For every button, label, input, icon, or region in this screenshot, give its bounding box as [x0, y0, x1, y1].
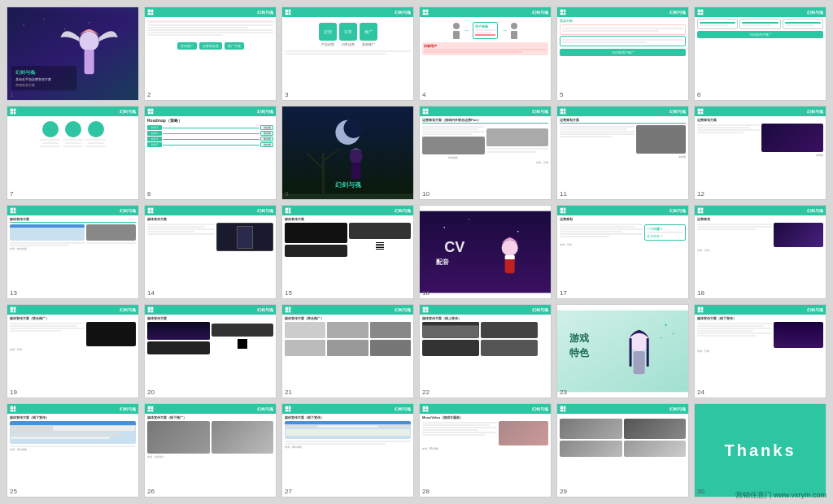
header-grid-icon-6 [697, 9, 704, 15]
slide-12[interactable]: 幻剑与魂 运营策划方案 游戏图 [694, 106, 826, 200]
slide-23[interactable]: 游戏 特色 ✦ ✦ ✦ 23 [556, 304, 689, 398]
mv-img-28 [499, 421, 548, 445]
img-21e [327, 340, 368, 356]
svg-point-4 [89, 22, 89, 23]
label-1: 产品定型 [321, 42, 334, 46]
slide-num-8: 8 [147, 190, 150, 198]
header-grid-icon-26 [147, 406, 154, 412]
slide-30[interactable]: Thanks 30 [694, 403, 826, 497]
header-grid-icon-12 [697, 108, 704, 115]
img-21c [370, 322, 411, 338]
ref-12: 游戏图 [697, 154, 823, 157]
slide-16[interactable]: CV 配音 16 [419, 205, 552, 299]
dark-art-20b [147, 341, 210, 354]
svg-text:特色: 特色 [569, 347, 590, 358]
slide-7[interactable]: 幻剑与魂 [7, 106, 139, 200]
game-img-24 [774, 322, 823, 348]
img-29c [560, 441, 622, 457]
slide21-title: 媒体宣传方案（联合推广） [285, 316, 411, 320]
img-21d [285, 340, 325, 356]
screen-22c [422, 340, 479, 356]
competitor-2 [560, 36, 686, 46]
slide-21[interactable]: 幻剑与魂 媒体宣传方案（联合推广） 21 [281, 304, 414, 398]
ref-27: 来源：网站截图 [285, 445, 411, 449]
roadmap-node-3a: 爆发期 [260, 137, 273, 141]
slide-num-3: 3 [285, 91, 288, 98]
tag-2: 品牌知名度 [199, 42, 222, 50]
slide10-title: 运营策划方案（游戏内外联合运营Part） [422, 118, 548, 124]
svg-rect-32 [647, 338, 649, 367]
slide-num-4: 4 [422, 91, 425, 98]
slide13-title: 媒体宣传方案 [10, 217, 136, 223]
slide-27[interactable]: 幻剑与魂 媒体宣传方案（线下宣传） 来源：网站截图 [281, 403, 414, 497]
slide20-title: 媒体宣传方案 [147, 316, 273, 320]
slide-28[interactable]: 幻剑与魂 MusicVideo（游戏主题曲） [419, 403, 552, 497]
slide-29[interactable]: 幻剑与魂 29 [556, 403, 689, 497]
slide19-title: 媒体宣传方案（联合推广） [10, 316, 136, 320]
slide-18[interactable]: 幻剑与魂 运营策划 来源：官网 [694, 205, 826, 299]
slide-4[interactable]: 幻剑与魂 → 用户画像 → [419, 7, 552, 101]
web-screenshot-25 [10, 421, 136, 444]
slide-20[interactable]: 幻剑与魂 媒体宣传方案 20 [144, 304, 277, 398]
slide-24[interactable]: 幻剑与魂 媒体宣传方案（线下宣传） [694, 304, 826, 398]
slide-22[interactable]: 幻剑与魂 媒体宣传方案（线上宣传） 22 [419, 304, 552, 398]
slide-9[interactable]: 幻剑与魂 9 [281, 106, 414, 200]
svg-rect-20 [420, 211, 551, 293]
slide-10[interactable]: 幻剑与魂 运营策划方案（游戏内外联合运营Part） 游戏截图 [419, 106, 552, 200]
header-grid-icon [147, 9, 154, 15]
header-grid-icon-3 [285, 9, 291, 15]
slide-num-20: 20 [147, 389, 155, 396]
slide-num-11: 11 [560, 190, 567, 198]
header-logo-17: 幻剑与魂 [669, 208, 686, 213]
slide11-title: 运营策划方案 [560, 118, 686, 124]
slide-11[interactable]: 幻剑与魂 运营策划方案 游戏图 [556, 106, 689, 200]
svg-point-23 [517, 231, 519, 232]
dark-art-20c [212, 324, 274, 337]
dark-img-19 [86, 322, 136, 346]
header-logo-18: 幻剑与魂 [807, 208, 823, 213]
svg-point-1 [24, 24, 24, 25]
slide-19[interactable]: 幻剑与魂 媒体宣传方案（联合推广） 来源：官网 19 [7, 304, 139, 398]
slide27-title: 媒体宣传方案（线下宣传） [285, 415, 411, 419]
svg-text:配音: 配音 [436, 258, 449, 266]
slide-26[interactable]: 幻剑与魂 媒体宣传方案（线下推广） 来源：现场照片 26 [144, 403, 277, 497]
header-logo-27: 幻剑与魂 [395, 406, 411, 411]
header-logo-5: 幻剑与魂 [669, 10, 686, 15]
img-placeholder-10a [422, 137, 485, 154]
slide-15[interactable]: 幻剑与魂 媒体宣传方案 15 [281, 205, 414, 299]
slide-17[interactable]: 幻剑与魂 运营策划 一个问题？ [556, 205, 689, 299]
header-logo-14: 幻剑与魂 [257, 208, 273, 213]
question-box-17: 一个问题？ 是否答案？ [644, 224, 686, 241]
svg-point-24 [502, 240, 518, 256]
header-grid-icon-11 [560, 108, 566, 115]
ref-13: 来源：媒体截图 [10, 247, 136, 250]
svg-point-22 [469, 219, 469, 219]
photo-26a [147, 421, 210, 454]
header-grid-icon-8 [147, 108, 154, 115]
slide-14[interactable]: 幻剑与魂 媒体宣传方案 [144, 205, 277, 299]
slide-num-5: 5 [560, 91, 563, 98]
roadmap-title: Roadmap（策略） [147, 118, 273, 123]
slide-5[interactable]: 幻剑与魂 竞品分析 为目标用户推广 5 [556, 7, 689, 101]
header-grid-icon-7 [10, 108, 16, 115]
slide-8[interactable]: 幻剑与魂 Roadmap（策略） 阶段1 准备期 阶段2 预热期 [144, 106, 277, 200]
header-logo-21: 幻剑与魂 [395, 307, 411, 312]
game-img-18 [774, 223, 823, 247]
slide-3[interactable]: 幻剑与魂 定型 产品定型 日常 日常运营 [281, 7, 414, 101]
slide-2[interactable]: 幻剑与魂 宣传推广 品牌知名度 推广方案 2 [144, 7, 277, 101]
slide-1[interactable]: 幻剑与魂· 某知名手游品牌宣传方案 营销策划方案 1 [7, 7, 139, 101]
slide-6[interactable]: 幻剑与魂 为目标用户推广 [694, 7, 826, 101]
slide25-title: 媒体宣传方案（线下宣传） [10, 415, 136, 419]
slide-num-26: 26 [147, 488, 155, 495]
slide-num-19: 19 [10, 389, 17, 396]
slide-13[interactable]: 幻剑与魂 媒体宣传方案 来源： [7, 205, 139, 299]
header-logo-25: 幻剑与魂 [120, 406, 136, 411]
svg-point-5 [80, 32, 99, 51]
screen-22b [481, 322, 538, 338]
slide-25[interactable]: 幻剑与魂 媒体宣传方案（线下宣传） 来源：网站截图 [7, 403, 139, 497]
img-21a [285, 322, 325, 338]
slide-grid: 幻剑与魂· 某知名手游品牌宣传方案 营销策划方案 1 幻剑与魂 [0, 0, 833, 504]
header-grid-icon-20 [147, 306, 154, 313]
slide18-title: 运营策划 [697, 217, 823, 221]
slide-num-28: 28 [422, 488, 430, 495]
